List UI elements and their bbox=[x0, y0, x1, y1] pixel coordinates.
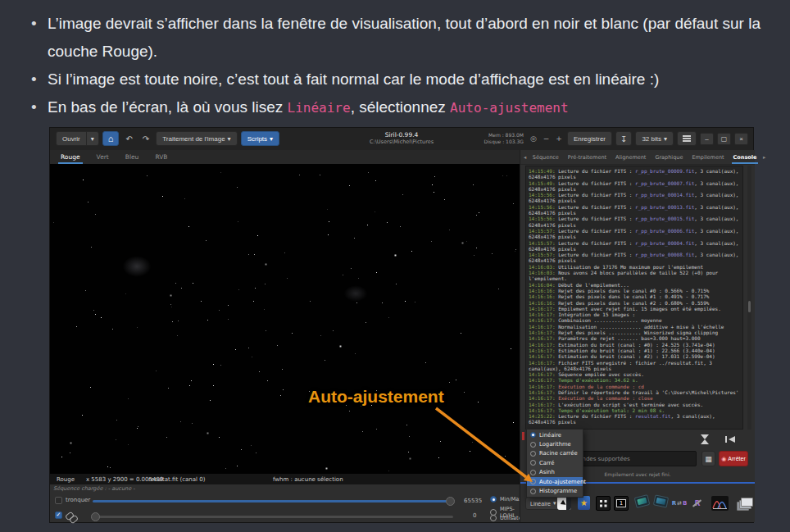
channel-tab-vert[interactable]: Vert bbox=[89, 150, 117, 164]
display-mode-option-asinh[interactable]: Asinh bbox=[527, 468, 583, 477]
chevron-down-icon: ▾ bbox=[228, 135, 231, 143]
panel-tab-s-quence[interactable]: Séquence bbox=[528, 150, 563, 164]
console-line: 14:15:56: Lecture du fichier FITS : r_pp… bbox=[529, 204, 740, 216]
image-view[interactable] bbox=[50, 164, 520, 474]
panel-tab-console[interactable]: Console bbox=[729, 150, 761, 164]
bit-depth-dropdown[interactable]: 32 bits▾ bbox=[635, 131, 674, 146]
histogram-icon[interactable] bbox=[711, 496, 729, 511]
monitor-icon[interactable] bbox=[634, 494, 651, 508]
image-list-icon[interactable] bbox=[736, 496, 752, 511]
link-icon bbox=[66, 513, 77, 521]
stop-button[interactable]: ◉Arrêter bbox=[719, 451, 748, 466]
display-mode-dropdown[interactable]: Linéaire▾ bbox=[525, 497, 561, 510]
monitor-alt-icon[interactable] bbox=[653, 494, 669, 507]
tabs-scroll-left-icon[interactable]: ◂ bbox=[522, 154, 528, 161]
link-checkbox[interactable]: ✓ bbox=[55, 512, 62, 519]
open-button[interactable]: Ouvrir bbox=[56, 131, 87, 146]
keyboard-icon: ▦ bbox=[705, 455, 712, 463]
save-as-icon: ↧ bbox=[620, 134, 627, 143]
bullet-text: L’image devrait s’afficher dans la fenêt… bbox=[48, 15, 760, 60]
console-line: 14:16:16: Rejet des pixels dans le canal… bbox=[529, 293, 740, 299]
negative-view-icon[interactable] bbox=[557, 496, 571, 510]
undo-button[interactable]: ↶ bbox=[122, 131, 135, 146]
grid-view-icon[interactable] bbox=[596, 496, 611, 511]
console-line: 14:16:17: Rejet des pixels ........... W… bbox=[529, 330, 740, 335]
low-cutoff-handle[interactable] bbox=[91, 512, 100, 521]
status-filename: resultat.fit (canal 0) bbox=[148, 476, 205, 483]
command-list-button[interactable]: ▦ bbox=[701, 451, 715, 466]
bullet-list: L’image devrait s’afficher dans la fenêt… bbox=[30, 10, 772, 122]
swap-r-glyph: R bbox=[672, 500, 676, 507]
panel-tab-alignement[interactable]: Alignement bbox=[611, 150, 651, 164]
panel-tab-graphique[interactable]: Graphique bbox=[651, 150, 688, 164]
inline-code: Auto-ajustement bbox=[450, 100, 569, 116]
display-mode-option-logarithme[interactable]: Logarithme bbox=[527, 439, 583, 448]
open-dropdown-button[interactable]: ▾ bbox=[87, 131, 99, 146]
single-view-icon[interactable]: 1 bbox=[614, 496, 629, 511]
console-line: 14:16:17: Estimation du bruit (canal : #… bbox=[529, 342, 740, 348]
menu-button[interactable] bbox=[677, 131, 697, 146]
console-scrollbar[interactable] bbox=[747, 166, 751, 430]
doc-bullet: L’image devrait s’afficher dans la fenêt… bbox=[30, 10, 772, 66]
chevron-down-icon: ▾ bbox=[664, 135, 667, 143]
clear-console-icon[interactable] bbox=[701, 434, 709, 444]
close-button[interactable]: × bbox=[734, 133, 748, 145]
panel-tab-pr-traitement[interactable]: Pré-traitement bbox=[563, 150, 611, 164]
zoom-fit-icon[interactable]: ◎ bbox=[529, 134, 538, 143]
minimize-button[interactable]: – bbox=[700, 133, 714, 145]
console-line: 14:16:16: Rejet des pixels dans le canal… bbox=[529, 288, 740, 293]
viewport: RougeVertBleuRVB Rouge x 5583 y 2900 = 0… bbox=[50, 150, 520, 522]
redo-button[interactable]: ↷ bbox=[139, 131, 152, 146]
channel-tab-rouge[interactable]: Rouge bbox=[52, 150, 89, 164]
console-line: 14:16:17: Empilement avec rejet fini. 15… bbox=[529, 306, 740, 311]
save-as-button[interactable]: ↧ bbox=[615, 131, 632, 146]
channel-extract-icon[interactable]: R bbox=[690, 496, 705, 511]
sequence-status: Séquence chargée : - aucune - bbox=[53, 485, 135, 492]
display-mode-option-carr-[interactable]: Carré bbox=[527, 458, 583, 467]
high-cutoff-slider[interactable] bbox=[93, 500, 453, 502]
display-mode-option-racine-carr-e[interactable]: Racine carrée bbox=[527, 449, 583, 458]
display-mode-menu: LinéaireLogarithmeRacine carréeCarréAsin… bbox=[526, 429, 583, 498]
display-mode-option-histogramme[interactable]: Histogramme bbox=[527, 486, 583, 495]
low-cutoff-value: 0 bbox=[473, 512, 476, 519]
swap-b-glyph: B bbox=[683, 500, 687, 507]
console-log[interactable]: 14:15:49: Lecture du fichier FITS : r_pp… bbox=[525, 166, 743, 430]
app-title: Siril-0.99.4 bbox=[370, 131, 434, 139]
save-button[interactable]: Enregistrer bbox=[567, 131, 612, 146]
high-cutoff-handle[interactable] bbox=[446, 497, 455, 506]
status-fwhm: fwhm : aucune sélection bbox=[273, 476, 343, 483]
stop-icon: ◉ bbox=[721, 456, 726, 462]
console-line: 14:16:17: Paramètres de rejet ....... ba… bbox=[529, 335, 740, 341]
doc-bullet: Si l’image est toute noire, c’est tout à… bbox=[30, 66, 772, 93]
scripts-button[interactable]: Scripts▾ bbox=[241, 131, 279, 146]
zoom-in-icon[interactable]: + bbox=[554, 134, 564, 143]
console-line: 14:16:03: Utilisation de 17176 Mo maximu… bbox=[529, 264, 740, 270]
maximize-button[interactable]: ▢ bbox=[717, 133, 731, 145]
bullet-text: , sélectionnez bbox=[351, 98, 450, 116]
scaling-radio-min-max[interactable]: Min/Max bbox=[490, 496, 522, 502]
hamburger-icon bbox=[683, 138, 691, 139]
display-mode-option-auto-ajustement[interactable]: Auto-ajustement bbox=[527, 477, 583, 486]
swap-arrows-glyph: ⇄ bbox=[677, 500, 682, 507]
chevron-down-icon: ▾ bbox=[270, 135, 273, 143]
channel-tab-bleu[interactable]: Bleu bbox=[117, 150, 148, 164]
display-mode-option-lin-aire[interactable]: Linéaire bbox=[527, 430, 583, 439]
low-cutoff-slider[interactable] bbox=[93, 516, 453, 518]
channel-tab-rvb[interactable]: RVB bbox=[147, 150, 175, 164]
photometry-star-icon[interactable]: ★ bbox=[578, 496, 590, 510]
image-processing-button[interactable]: Traitement de l'image▾ bbox=[156, 131, 237, 146]
console-line: 14:16:17: Intégration de 15 images : bbox=[529, 311, 740, 317]
console-line: 14:25:22: Lecture du fichier FITS : resu… bbox=[529, 413, 740, 425]
zoom-out-icon[interactable]: − bbox=[542, 134, 552, 143]
console-line: 14:15:56: Lecture du fichier FITS : r_pp… bbox=[529, 216, 740, 228]
tabs-scroll-right-icon[interactable]: ▸ bbox=[761, 154, 767, 161]
channel-swap-icon[interactable]: R⇄B bbox=[671, 496, 688, 511]
annotation-auto-ajustement: Auto-ajustement bbox=[308, 387, 444, 407]
home-button[interactable]: ⌂ bbox=[102, 131, 120, 146]
toolbar-right: Mem : 893.0M Disque : 103.3G ◎ − + Enreg… bbox=[484, 131, 748, 146]
truncate-checkbox[interactable] bbox=[55, 497, 62, 504]
console-line: 14:16:17: Estimation du bruit (canal : #… bbox=[529, 353, 740, 359]
export-log-icon[interactable] bbox=[725, 436, 735, 443]
siril-window: Ouvrir ▾ ⌂ ↶ ↷ Traitement de l'image▾ Sc… bbox=[49, 127, 754, 523]
panel-tab-empilement[interactable]: Empilement bbox=[688, 150, 729, 164]
